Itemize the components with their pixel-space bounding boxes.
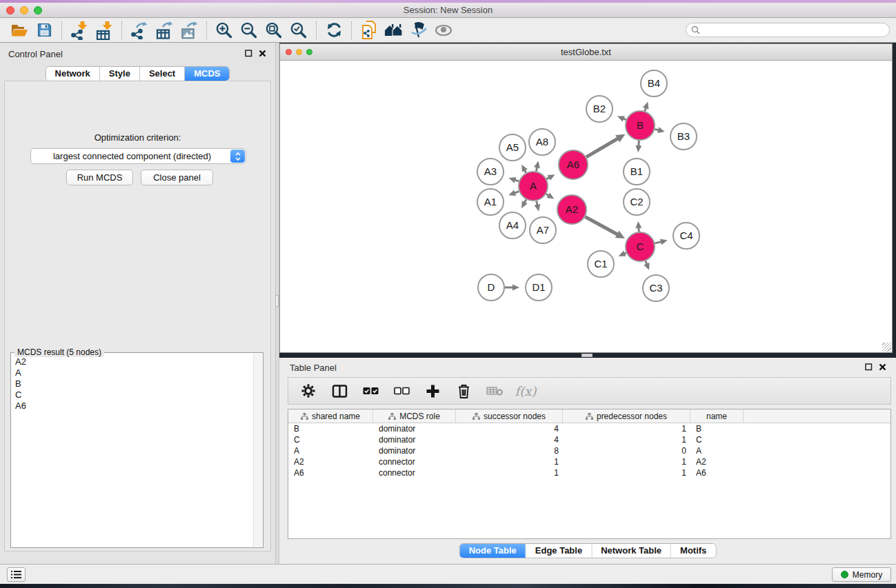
cell-name[interactable]: A6: [690, 468, 744, 478]
close-window-button[interactable]: [6, 6, 14, 14]
graph-node-D1[interactable]: D1: [526, 274, 552, 301]
graph-node-A2[interactable]: A2: [557, 195, 586, 224]
cell-mcds-role[interactable]: connector: [373, 468, 456, 478]
table-settings-button[interactable]: [299, 381, 318, 401]
graph-node-A5[interactable]: A5: [499, 134, 526, 161]
column-header-predecessor-nodes[interactable]: predecessor nodes: [563, 409, 690, 423]
close-panel-button[interactable]: Close panel: [141, 170, 213, 185]
graph-edge-C-C4[interactable]: [655, 239, 667, 245]
run-mcds-button[interactable]: Run MCDS: [66, 170, 133, 185]
mcds-result-item[interactable]: A2: [15, 356, 252, 367]
minimize-network-button[interactable]: [296, 49, 302, 55]
graph-node-A1[interactable]: A1: [477, 189, 504, 215]
graph-node-A4[interactable]: A4: [499, 212, 526, 239]
graph-node-A6[interactable]: A6: [559, 150, 588, 179]
apply-layout-button[interactable]: [321, 19, 346, 41]
search-input[interactable]: [704, 24, 889, 36]
control-tab-select[interactable]: Select: [140, 67, 185, 81]
cell-predecessor-nodes[interactable]: 1: [563, 435, 690, 445]
cell-name[interactable]: A2: [690, 457, 744, 467]
graph-node-C4[interactable]: C4: [673, 223, 699, 249]
select-all-button[interactable]: [361, 381, 380, 401]
open-session-button[interactable]: [7, 19, 32, 41]
cell-name[interactable]: A: [690, 446, 744, 456]
graph-edge-A-A2[interactable]: [546, 192, 555, 199]
resize-grip-icon[interactable]: [882, 343, 891, 352]
column-header-mcds-role[interactable]: MCDS role: [373, 409, 456, 423]
control-tab-network[interactable]: Network: [46, 67, 100, 81]
graph-edge-A6-B[interactable]: [586, 134, 625, 157]
graph-node-A8[interactable]: A8: [529, 129, 555, 155]
graph-node-B2[interactable]: B2: [586, 96, 613, 122]
table-tab-network-table[interactable]: Network Table: [592, 544, 671, 558]
graph-node-C1[interactable]: C1: [588, 251, 614, 277]
graph-edge-A2-C[interactable]: [585, 217, 625, 239]
graph-node-C[interactable]: C: [626, 232, 655, 261]
table-row[interactable]: A6connector11A6: [288, 467, 890, 478]
divider-handle[interactable]: [275, 295, 279, 307]
graph-edge-A-A8[interactable]: [534, 161, 540, 171]
graph-edge-C-C1[interactable]: [619, 251, 626, 256]
graph-edge-A-A7[interactable]: [534, 201, 540, 211]
float-table-panel-icon[interactable]: [865, 363, 873, 371]
graph-node-B[interactable]: B: [626, 111, 655, 140]
graph-node-C2[interactable]: C2: [624, 189, 650, 215]
graph-node-B1[interactable]: B1: [624, 159, 650, 185]
delete-column-button[interactable]: [454, 381, 473, 401]
zoom-selected-button[interactable]: [286, 19, 311, 41]
column-header-successor-nodes[interactable]: successor nodes: [456, 409, 563, 423]
control-tab-mcds[interactable]: MCDS: [185, 67, 229, 81]
graph-edge-A-A1[interactable]: [508, 190, 519, 196]
mcds-result-item[interactable]: A6: [15, 401, 252, 412]
float-panel-icon[interactable]: [245, 50, 252, 57]
mcds-result-item[interactable]: B: [15, 378, 252, 389]
cell-shared-name[interactable]: A: [288, 446, 373, 456]
hide-graphics-details-button[interactable]: [406, 19, 431, 41]
cell-mcds-role[interactable]: dominator: [373, 435, 456, 445]
show-all-networks-button[interactable]: [381, 19, 406, 41]
import-table-button[interactable]: [92, 19, 117, 41]
network-canvas[interactable]: B4B2BB3A8A5A6A3B1AA1C2A2A4A7C4CC1C3DD1: [280, 61, 892, 352]
maximize-network-button[interactable]: [306, 49, 312, 55]
cell-successor-nodes[interactable]: 4: [456, 435, 563, 445]
table-row[interactable]: A2connector11A2: [288, 456, 890, 467]
deselect-all-button[interactable]: [392, 381, 411, 401]
cell-mcds-role[interactable]: dominator: [373, 446, 456, 456]
cell-name[interactable]: C: [690, 435, 744, 445]
table-tab-edge-table[interactable]: Edge Table: [526, 544, 592, 558]
graph-edge-B-B3[interactable]: [655, 127, 665, 133]
export-image-button[interactable]: [177, 19, 201, 41]
graph-edge-B-B4[interactable]: [643, 102, 649, 111]
graph-edge-A-A3[interactable]: [509, 177, 519, 183]
mcds-result-item[interactable]: C: [15, 389, 252, 401]
cell-shared-name[interactable]: A6: [288, 468, 373, 478]
graph-edge-C-C3[interactable]: [644, 261, 649, 270]
minimize-window-button[interactable]: [20, 6, 28, 14]
cell-predecessor-nodes[interactable]: 0: [563, 446, 690, 456]
cell-mcds-role[interactable]: connector: [373, 457, 456, 467]
add-column-button[interactable]: [423, 381, 442, 401]
zoom-out-button[interactable]: [237, 19, 261, 41]
export-table-button[interactable]: [152, 19, 177, 41]
cell-mcds-role[interactable]: dominator: [373, 424, 456, 434]
table-row[interactable]: Cdominator41C: [288, 434, 890, 445]
graph-edge-A-A6[interactable]: [546, 174, 555, 181]
close-network-button[interactable]: [286, 49, 292, 55]
mcds-result-item[interactable]: A: [15, 367, 252, 378]
graph-edge-C-C2[interactable]: [635, 221, 641, 232]
graph-edge-B-B1[interactable]: [635, 141, 641, 152]
horizontal-divider-handle[interactable]: [581, 354, 593, 357]
show-columns-button[interactable]: [330, 381, 349, 401]
import-network-button[interactable]: [67, 19, 92, 41]
graph-edge-A-A5[interactable]: [521, 165, 528, 173]
copy-network-button[interactable]: [357, 19, 381, 41]
graph-node-D[interactable]: D: [478, 274, 504, 301]
cell-name[interactable]: B: [690, 424, 744, 434]
cell-shared-name[interactable]: B: [288, 424, 373, 434]
cell-predecessor-nodes[interactable]: 1: [563, 424, 690, 434]
save-session-button[interactable]: [32, 19, 57, 41]
table-row[interactable]: Bdominator41B: [288, 423, 890, 434]
graph-edge-A-A4[interactable]: [521, 199, 528, 208]
close-table-panel-icon[interactable]: [879, 363, 886, 371]
cell-successor-nodes[interactable]: 8: [456, 446, 563, 456]
